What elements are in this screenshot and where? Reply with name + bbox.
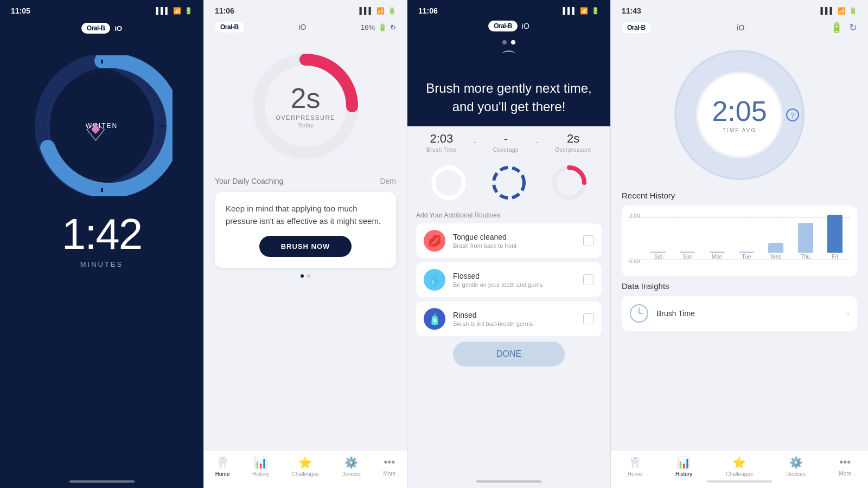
screen-3: 11:06 ▌▌▌ 📶 🔋 Oral-B iO ⌒ Brush more gen…: [407, 0, 610, 488]
time-1: 11:05: [11, 7, 30, 15]
nav-home-4[interactable]: 🦷 Home: [628, 456, 642, 477]
mode-circle-1: WHITEN: [31, 55, 173, 196]
signal-icon-3: ▌▌▌: [563, 7, 577, 15]
rinse-sub: Swish to kill bad-breath germs: [453, 320, 576, 327]
signal-icon: ▌▌▌: [156, 7, 170, 15]
stat-sep-1: -: [473, 136, 477, 149]
avg-label: TIME AVG: [723, 127, 757, 133]
done-button[interactable]: DONE: [453, 342, 565, 367]
avg-circle: 2:05 TIME AVG ?: [669, 44, 810, 185]
routines-header: Add Your Additional Routines: [416, 211, 602, 219]
history-title: Recent History: [622, 191, 857, 200]
home-indicator-3: [476, 480, 541, 483]
history-section: Recent History 2:00 0:00 Sat Sun Mon: [611, 191, 868, 276]
nav-more-2[interactable]: ••• More: [383, 456, 395, 477]
chart-label-200: 2:00: [629, 213, 640, 219]
svg-point-10: [433, 168, 464, 198]
overpressure-val-3: 2s: [567, 132, 579, 146]
day-wed: Wed: [770, 254, 781, 260]
coaching-header: Your Daily Coaching Dem: [215, 177, 396, 185]
nav-history-4[interactable]: 📊 History: [675, 456, 692, 477]
chart-bar-tue: Tue: [739, 252, 754, 260]
nav-devices-label-2: Devices: [341, 471, 361, 477]
logo-bar-2: Oral-B iO 16% 🔋 ↻: [204, 18, 407, 41]
history-chart: 2:00 0:00 Sat Sun Mon Tue: [622, 206, 857, 276]
day-mon: Mon: [712, 254, 722, 260]
bar-sun: [680, 252, 695, 253]
nav-home-label-4: Home: [628, 471, 642, 477]
status-bar-2: 11:06 ▌▌▌ 📶 🔋: [204, 0, 407, 18]
page-dot-1: [502, 40, 507, 44]
overpressure-circle: 2s OVERPRESSURE Today: [246, 47, 365, 166]
battery-info: 16% 🔋 ↻: [361, 23, 396, 31]
routine-floss: 💧 Flossed Be gentle on your teeth and gu…: [416, 262, 602, 297]
rinse-icon: 🧴: [424, 308, 445, 330]
refresh-icon[interactable]: ↻: [390, 23, 396, 31]
nav-devices-label-4: Devices: [786, 471, 806, 477]
top-actions-4: 🔋 ↻: [831, 22, 857, 34]
time-2: 11:06: [215, 7, 234, 15]
gentle-message: Brush more gently next time, and you'll …: [407, 68, 610, 126]
routine-rinse-text: Rinsed Swish to kill bad-breath germs: [453, 311, 576, 327]
status-bar-1: 11:05 ▌▌▌ 📶 🔋: [0, 0, 203, 18]
nav-challenges-2[interactable]: ⭐ Challenges: [292, 456, 319, 477]
nav-history-2[interactable]: 📊 History: [252, 456, 269, 477]
battery-icon: 🔋: [184, 7, 193, 15]
bar-tue: [739, 252, 754, 253]
rinse-checkbox[interactable]: [583, 313, 594, 324]
pressure-circle: [550, 164, 588, 202]
insight-brush-time[interactable]: Brush Time ›: [622, 296, 857, 331]
brush-time-label: Brush Time: [426, 147, 457, 153]
bar-sat: [650, 252, 666, 253]
routine-tongue: 💋 Tongue cleaned Brush from back to fron…: [416, 223, 602, 258]
tongue-name: Tongue cleaned: [453, 233, 576, 241]
nav-challenges-4[interactable]: ⭐ Challenges: [726, 456, 753, 477]
clock-icon: [629, 304, 649, 323]
nav-devices-2[interactable]: ⚙️ Devices: [341, 456, 361, 477]
brush-icon: ⌒: [501, 48, 516, 68]
more-icon-4: •••: [839, 456, 851, 468]
devices-icon-2: ⚙️: [344, 456, 358, 469]
wifi-icon-3: 📶: [580, 7, 588, 15]
devices-icon-4: ⚙️: [789, 456, 803, 469]
oral-b-logo-1: Oral-B: [81, 23, 111, 34]
signal-icon-2: ▌▌▌: [359, 7, 373, 15]
nav-more-4[interactable]: ••• More: [839, 456, 851, 477]
nav-home-2[interactable]: 🦷 Home: [215, 456, 230, 477]
chart-bar-sat: Sat: [650, 252, 666, 260]
insight-brush-time-label: Brush Time: [656, 309, 839, 318]
home-icon-2: 🦷: [216, 456, 229, 469]
demo-link[interactable]: Dem: [380, 177, 396, 185]
nav-history-label-4: History: [675, 471, 692, 477]
coaching-section: Your Daily Coaching Dem Keep in mind tha…: [204, 166, 407, 278]
home-indicator-2: [273, 480, 338, 483]
oral-b-text-4: Oral-B: [627, 24, 646, 31]
coverage-label: Coverage: [493, 147, 519, 153]
question-button[interactable]: ?: [786, 108, 799, 121]
coaching-text: Keep in mind that applying too much pres…: [226, 203, 385, 227]
home-icon-4: 🦷: [628, 456, 642, 469]
overpressure-center: 2s OVERPRESSURE Today: [276, 84, 335, 129]
avg-center: 2:05 TIME AVG: [712, 97, 767, 133]
history-icon-4: 📊: [677, 456, 691, 469]
status-icons-2: ▌▌▌ 📶 🔋: [359, 7, 396, 15]
overpressure-stat: 2s Overpressure: [555, 132, 591, 153]
timer-display: 1:42: [62, 213, 142, 256]
signal-icon-4: ▌▌▌: [820, 7, 834, 15]
brush-time-val: 2:03: [430, 132, 453, 146]
coverage-val: -: [504, 132, 508, 146]
wifi-icon-4: 📶: [838, 7, 846, 15]
tongue-checkbox[interactable]: [583, 235, 594, 246]
floss-checkbox[interactable]: [583, 274, 594, 285]
day-fri: Fri: [832, 254, 838, 260]
brush-now-button[interactable]: BRUSH NOW: [259, 236, 352, 257]
dot-2: [307, 274, 310, 278]
history-icon-2: 📊: [254, 456, 267, 469]
mode-center-1: WHITEN: [86, 122, 118, 130]
oral-b-logo-4: Oral-B: [622, 22, 651, 33]
brush-circle: [430, 164, 468, 202]
routine-tongue-text: Tongue cleaned Brush from back to front: [453, 233, 576, 249]
sync-icon[interactable]: ↻: [849, 22, 857, 34]
nav-devices-4[interactable]: ⚙️ Devices: [786, 456, 806, 477]
tongue-sub: Brush from back to front: [453, 242, 576, 249]
